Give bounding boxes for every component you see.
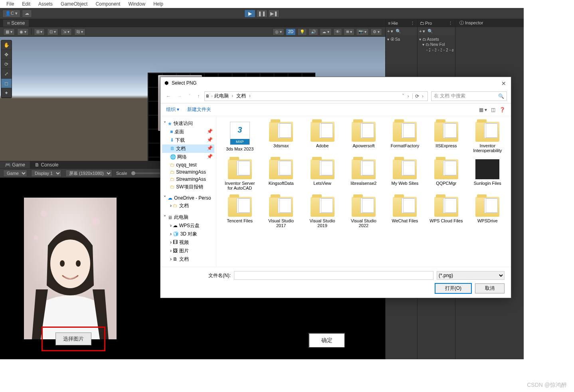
file-item[interactable]: IISExpress [427,120,465,154]
file-item[interactable]: Tencent Files [220,195,259,230]
file-item[interactable]: librealsense2 [344,158,383,192]
menu-file[interactable]: File [2,0,18,8]
light-toggle[interactable]: 💡 [297,28,307,36]
hand-tool[interactable]: ✋ [1,40,12,50]
visibility-toggle[interactable]: 👁 [333,28,342,36]
file-item[interactable]: Inventor Interoperability [468,120,507,154]
scale-tool[interactable]: ⤢ [1,69,12,79]
step-button[interactable]: ▶❚ [268,10,279,18]
side-folder[interactable]: 🗀 StreamingAss [162,168,214,176]
side-video[interactable]: › 🎞 视频 [162,238,214,247]
project-item[interactable]: ▫ 378a9 [431,48,436,53]
confirm-button[interactable]: 确定 [309,333,345,348]
view-menu[interactable]: ▦ ▾ [479,107,487,113]
file-item[interactable]: 3MXP3ds Max 2023 [220,120,259,154]
hierarchy-item[interactable]: Car [402,42,408,48]
file-item[interactable]: Adobe [303,120,342,154]
project-item[interactable]: ▫ 22822 [443,48,448,53]
search-input[interactable]: 在 文档 中搜索 🔍 [431,91,507,101]
file-item[interactable]: LetsView [303,158,342,192]
side-3d[interactable]: › 🧊 3D 对象 [162,230,214,238]
hierarchy-add[interactable]: + ▾ [387,29,393,34]
assets-root[interactable]: ▾ 🗀 Assets [418,37,454,42]
side-folder[interactable]: 🗀 SW项目报销 [162,183,214,191]
preview-pane-toggle[interactable]: ◫ [491,107,495,113]
menu-gameobject[interactable]: GameObject [57,0,91,8]
side-pics[interactable]: › 🖼 图片 [162,247,214,255]
forward-button[interactable]: → [176,93,184,99]
filename-input[interactable] [234,271,433,280]
close-button[interactable]: ✕ [501,80,507,86]
refresh-button[interactable]: ⟳ [412,93,425,99]
audio-toggle[interactable]: 🔊 [309,28,318,36]
folder-node[interactable]: ▾ 🗀 New Fol [418,42,454,47]
fx-toggle[interactable]: ☁ ▾ [320,28,332,36]
organize-menu[interactable]: 组织 ▾ [166,106,179,113]
quick-access[interactable]: ˅ ★ 快速访问 [162,119,214,128]
2d-toggle[interactable]: 2D [286,28,296,36]
hierarchy-item[interactable]: Dire [394,42,401,48]
file-item[interactable]: KingsoftData [261,158,300,192]
project-item[interactable]: ▫ 3977f [437,48,442,53]
grid-toggle[interactable]: ⊞ ▾ [34,28,45,36]
hierarchy-item[interactable]: Gar [409,42,415,48]
side-folder[interactable]: 🗀 StreamingAss [162,176,214,183]
game-dropdown[interactable]: Game [3,170,27,177]
vis-toggle2[interactable]: ⵌ ▾ [344,28,355,36]
file-item[interactable]: WPSDrive [468,195,507,230]
camera-toggle[interactable]: 📷 ▾ [356,28,369,36]
misc-toggle[interactable]: ₪ ▾ [74,28,85,36]
camera-gizmo[interactable]: ◎ ▾ [273,28,284,36]
file-item[interactable]: QQPCMgr [427,158,465,192]
path-dropdown[interactable]: ˅ [402,93,410,99]
side-downloads[interactable]: ⬇ 下载 📌 [162,136,214,145]
snap-toggle[interactable]: ⊡ ▾ [47,28,58,36]
display-dropdown[interactable]: Display 1 [31,170,61,177]
select-image-button[interactable]: 选择图片 [55,333,91,345]
new-folder-button[interactable]: 新建文件夹 [187,106,211,113]
rotate-tool[interactable]: ⟳ [1,59,12,69]
play-button[interactable]: ▶ [244,10,255,18]
account-menu[interactable]: 👤 C ▾ [2,10,20,18]
file-list[interactable]: 3MXP3ds Max 20233dsmaxAdobeApowersoftFor… [216,116,511,267]
rect-tool[interactable]: ◻ [1,79,12,88]
transform-tool[interactable]: ✦ [1,88,12,98]
project-item[interactable]: ▫ ac309 [449,48,453,53]
game-tab[interactable]: 🎮 Game [0,161,30,168]
file-item[interactable]: FormatFactory [386,120,424,154]
help-button[interactable]: ❓ [499,107,505,113]
side-od-docs[interactable]: › 🗀 文档 [162,202,214,210]
gizmos-toggle[interactable]: ⚙ ▾ [370,28,382,36]
scale-slider[interactable] [131,172,163,174]
side-documents[interactable]: 🗎 文档 📌 [162,145,214,153]
file-item[interactable]: Visual Studio 2019 [303,195,342,230]
scene-node[interactable]: ▾ ⦿ Sa [386,37,416,42]
console-tab[interactable]: 🗎 Console [30,161,63,168]
side-thispc[interactable]: ˅ 🖥 此电脑 [162,213,214,222]
file-item[interactable]: Visual Studio 2017 [261,195,300,230]
menu-window[interactable]: Window [124,0,149,8]
file-item[interactable]: 3dsmax [261,120,300,154]
side-folder[interactable]: 🗀 cyqq_test [162,161,214,168]
scene-tab[interactable]: ⌗ Scene [3,20,29,27]
project-item[interactable]: ▫ 23dc7 [426,48,430,53]
file-item[interactable]: WeChat Files [386,195,424,230]
hierarchy-item[interactable]: SHo [416,42,416,48]
side-onedrive[interactable]: ˅ ☁ OneDrive - Perso [162,194,214,202]
cloud-button[interactable]: ☁ [22,10,32,18]
menu-assets[interactable]: Assets [34,0,57,8]
draw-mode[interactable]: ◉ ▾ [17,28,29,36]
menu-help[interactable]: Help [149,0,167,8]
file-item[interactable]: Apowersoft [344,120,383,154]
side-network[interactable]: 🌐 网络 📌 [162,153,214,161]
shaded-dropdown[interactable]: ▦ ▾ [3,28,15,36]
move-tool[interactable]: ✥ [1,50,12,59]
file-item[interactable]: Visual Studio 2022 [344,195,383,230]
filter-dropdown[interactable]: (*.png) [437,271,505,280]
menu-edit[interactable]: Edit [18,0,34,8]
side-wps[interactable]: › ☁ WPS云盘 [162,222,214,230]
path-bar[interactable]: 🗎 此电脑 文档 ˅ ⟳ [204,91,428,101]
recent-dropdown[interactable]: ˅ [187,93,192,99]
open-button[interactable]: 打开(O) [435,283,472,294]
menu-component[interactable]: Component [91,0,124,8]
